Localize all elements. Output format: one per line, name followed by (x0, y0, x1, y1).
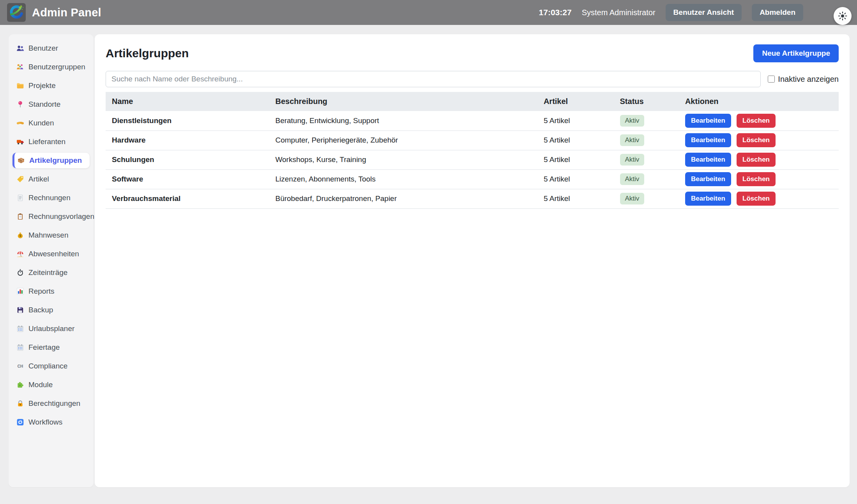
sidebar-item-lieferanten[interactable]: Lieferanten (12, 134, 90, 150)
cell-description: Workshops, Kurse, Training (269, 150, 537, 169)
table-header-row: Name Beschreibung Artikel Status Aktione… (106, 92, 839, 111)
sidebar-item-standorte[interactable]: Standorte (12, 97, 90, 112)
stopwatch-icon (16, 269, 24, 277)
user-view-button[interactable]: Benutzer Ansicht (666, 4, 742, 21)
status-badge: Aktiv (620, 193, 645, 204)
sidebar-item-zeiteintr-ge[interactable]: Zeiteinträge (12, 265, 90, 280)
tag-icon (16, 175, 24, 183)
sidebar-item-artikelgruppen[interactable]: Artikelgruppen (12, 153, 90, 168)
table-row: Schulungen Workshops, Kurse, Training 5 … (106, 150, 839, 169)
handshake-icon (16, 119, 24, 127)
cell-name: Hardware (106, 130, 269, 150)
sidebar-item-label: Reports (28, 287, 55, 296)
main-panel: Artikelgruppen Neue Artikelgruppe Inakti… (95, 34, 850, 487)
cell-articles: 5 Artikel (537, 169, 614, 189)
theme-toggle-button[interactable] (834, 7, 852, 25)
users-icon (16, 44, 24, 52)
sidebar-item-reports[interactable]: Reports (12, 284, 90, 299)
delete-button[interactable]: Löschen (737, 153, 776, 167)
cell-description: Bürobedarf, Druckerpatronen, Papier (269, 189, 537, 208)
sidebar-item-module[interactable]: Module (12, 377, 90, 393)
sidebar-item-label: Workflows (28, 418, 62, 426)
article-groups-table: Name Beschreibung Artikel Status Aktione… (106, 92, 839, 209)
cell-description: Beratung, Entwicklung, Support (269, 111, 537, 130)
folder-icon (16, 82, 24, 90)
calendar-icon (16, 325, 24, 333)
clipboard-icon (16, 213, 24, 220)
sidebar-item-benutzergruppen[interactable]: Benutzergruppen (12, 59, 90, 75)
sidebar-item-benutzer[interactable]: Benutzer (12, 41, 90, 56)
sidebar-item-artikel[interactable]: Artikel (12, 171, 90, 187)
show-inactive-label[interactable]: Inaktive anzeigen (778, 75, 839, 84)
calendar-icon (16, 344, 24, 351)
sidebar-item-label: Zeiteinträge (28, 268, 67, 277)
user-name: System Administrator (582, 8, 656, 17)
sidebar-item-kunden[interactable]: Kunden (12, 115, 90, 131)
edit-button[interactable]: Bearbeiten (685, 172, 731, 186)
app-logo (7, 3, 26, 22)
delete-button[interactable]: Löschen (737, 114, 776, 128)
column-header-actions: Aktionen (679, 92, 839, 111)
repeat-icon (16, 418, 24, 426)
cell-description: Computer, Peripheriegeräte, Zubehör (269, 130, 537, 150)
sidebar-item-label: Backup (28, 306, 53, 314)
svg-text:$: $ (19, 234, 21, 238)
lock-icon (16, 400, 24, 407)
sidebar-item-label: Feiertage (28, 343, 60, 352)
logo-swoosh-icon (8, 4, 25, 21)
sidebar-item-rechnungsvorlagen[interactable]: Rechnungsvorlagen (12, 209, 90, 224)
sidebar-item-mahnwesen[interactable]: $ Mahnwesen (12, 227, 90, 243)
beach-umbrella-icon (16, 250, 24, 258)
sidebar-item-workflows[interactable]: Workflows (12, 414, 90, 430)
table-row: Software Lizenzen, Abonnements, Tools 5 … (106, 169, 839, 189)
cell-articles: 5 Artikel (537, 189, 614, 208)
sidebar-item-rechnungen[interactable]: Rechnungen (12, 190, 90, 206)
sidebar-item-label: Projekte (28, 81, 56, 90)
cell-name: Verbrauchsmaterial (106, 189, 269, 208)
column-header-status: Status (614, 92, 679, 111)
floppy-disk-icon (16, 306, 24, 314)
column-header-description: Beschreibung (269, 92, 537, 111)
sidebar-item-label: Benutzergruppen (28, 63, 85, 71)
new-article-group-button[interactable]: Neue Artikelgruppe (753, 44, 839, 62)
cell-description: Lizenzen, Abonnements, Tools (269, 169, 537, 189)
sidebar-item-label: Standorte (28, 100, 60, 109)
edit-button[interactable]: Bearbeiten (685, 114, 731, 128)
truck-icon (16, 138, 24, 146)
delete-button[interactable]: Löschen (737, 192, 776, 206)
bar-chart-icon (16, 287, 24, 295)
app-title: Admin Panel (32, 6, 101, 19)
money-bag-icon: $ (16, 231, 24, 239)
sidebar-item-label: Benutzer (28, 44, 58, 53)
sidebar-item-label: Module (28, 381, 53, 389)
sidebar-item-abwesenheiten[interactable]: Abwesenheiten (12, 246, 90, 262)
cell-name: Schulungen (106, 150, 269, 169)
cell-name: Software (106, 169, 269, 189)
sidebar-item-projekte[interactable]: Projekte (12, 78, 90, 93)
sidebar-item-label: Berechtigungen (28, 399, 80, 408)
table-row: Hardware Computer, Peripheriegeräte, Zub… (106, 130, 839, 150)
pushpin-icon (16, 100, 24, 108)
clock: 17:03:27 (539, 8, 572, 17)
sidebar-item-backup[interactable]: Backup (12, 302, 90, 318)
logout-button[interactable]: Abmelden (752, 4, 803, 21)
edit-button[interactable]: Bearbeiten (685, 192, 731, 206)
edit-button[interactable]: Bearbeiten (685, 153, 731, 167)
table-row: Verbrauchsmaterial Bürobedarf, Druckerpa… (106, 189, 839, 208)
sidebar-nav: Benutzer Benutzergruppen Projekte Stando… (9, 34, 94, 487)
search-input[interactable] (106, 71, 761, 87)
package-icon (17, 157, 25, 164)
cell-articles: 5 Artikel (537, 150, 614, 169)
sidebar-item-urlaubsplaner[interactable]: Urlaubsplaner (12, 321, 90, 337)
show-inactive-checkbox[interactable] (768, 76, 775, 83)
sidebar-item-label: Lieferanten (28, 137, 65, 146)
sidebar-item-berechtigungen[interactable]: Berechtigungen (12, 396, 90, 411)
edit-button[interactable]: Bearbeiten (685, 133, 731, 147)
delete-button[interactable]: Löschen (737, 133, 776, 147)
sidebar-item-label: Mahnwesen (28, 231, 68, 240)
sidebar-item-label: Urlaubsplaner (28, 324, 74, 333)
delete-button[interactable]: Löschen (737, 172, 776, 186)
sidebar-item-feiertage[interactable]: Feiertage (12, 340, 90, 355)
sidebar-item-compliance[interactable]: CH Compliance (12, 358, 90, 374)
table-row: Dienstleistungen Beratung, Entwicklung, … (106, 111, 839, 130)
